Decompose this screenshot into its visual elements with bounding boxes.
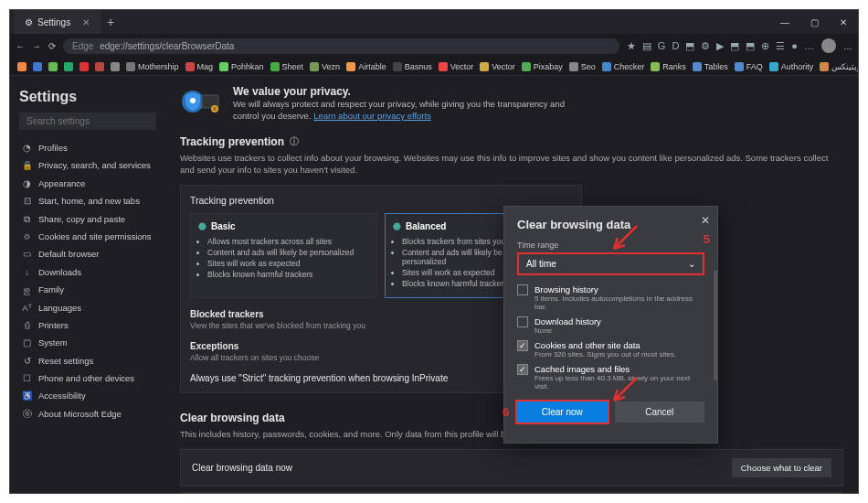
time-range-select[interactable]: All time ⌄ — [517, 252, 704, 275]
favicon — [820, 62, 829, 71]
bookmark[interactable]: Pixabay — [522, 62, 563, 71]
sidebar-icon: Aᵀ — [22, 303, 32, 313]
checkbox[interactable]: ✓ — [517, 340, 528, 351]
settings-content: We value your privacy. We will always pr… — [165, 76, 858, 493]
bookmark[interactable] — [95, 62, 104, 71]
bookmark[interactable]: Ranks — [651, 62, 686, 71]
toolbar-icon[interactable]: ⚙ — [701, 40, 710, 52]
bookmark[interactable]: Authority — [769, 62, 814, 71]
checkbox[interactable] — [517, 284, 528, 295]
url-field[interactable]: Edge edge://settings/clearBrowserData — [63, 38, 619, 54]
sidebar-item[interactable]: ⎙Printers — [19, 316, 156, 334]
maximize-button[interactable]: ▢ — [799, 17, 829, 27]
toolbar-icon[interactable]: ▶ — [716, 40, 724, 52]
clear-data-item[interactable]: Browsing history5 items. Includes autoco… — [517, 284, 704, 311]
clear-on-close-row[interactable]: Choose what to clear every time you clos… — [180, 492, 843, 493]
menu-button[interactable]: … — [843, 41, 852, 51]
toolbar-icon[interactable]: ★ — [627, 40, 636, 52]
sidebar-item[interactable]: ◔Profiles — [19, 139, 156, 156]
avatar-icon[interactable] — [821, 38, 836, 53]
sidebar-icon: ↓ — [22, 267, 32, 277]
sidebar-item[interactable]: ⊡Start, home, and new tabs — [19, 192, 156, 209]
close-dialog-button[interactable]: ✕ — [701, 214, 710, 227]
tracking-desc: Websites use trackers to collect info ab… — [180, 152, 843, 177]
toolbar-icon[interactable]: D — [672, 40, 679, 52]
bookmark[interactable]: Mag — [185, 62, 214, 71]
bookmark[interactable]: Checker — [602, 62, 645, 71]
sidebar-item[interactable]: ⧉Share, copy and paste — [19, 210, 156, 228]
favicon — [769, 62, 778, 71]
toolbar-icon[interactable]: ⬒ — [746, 40, 755, 52]
sidebar-item[interactable]: ▭Default browser — [19, 245, 156, 262]
bookmark[interactable] — [79, 62, 89, 71]
close-tab-icon[interactable]: ✕ — [82, 17, 90, 27]
bookmark[interactable]: Vezn — [310, 62, 340, 71]
back-button[interactable]: ← — [16, 41, 25, 51]
sidebar-item[interactable]: AᵀLanguages — [19, 299, 156, 316]
close-window-button[interactable]: ✕ — [829, 17, 858, 27]
sidebar-icon: ⧉ — [22, 214, 32, 224]
new-tab-button[interactable]: + — [101, 15, 121, 29]
clear-now-button[interactable]: Clear now — [517, 401, 608, 423]
toolbar-icon[interactable]: ▤ — [642, 40, 651, 52]
sidebar-item[interactable]: ⛭Cookies and site permissions — [19, 228, 156, 245]
bookmark[interactable]: FAQ — [735, 62, 763, 71]
bookmark[interactable]: Seo — [569, 62, 596, 71]
toolbar-icon[interactable]: ● — [791, 40, 798, 52]
clear-data-item[interactable]: ✓Cookies and other site dataFrom 320 sit… — [517, 340, 704, 359]
toolbar-icon[interactable]: ⊕ — [761, 40, 769, 52]
bookmark[interactable]: Basnus — [393, 62, 432, 71]
sidebar-item[interactable]: ♿Accessibility — [19, 387, 156, 404]
minimize-button[interactable]: — — [770, 17, 799, 27]
bookmark[interactable]: Tables — [693, 62, 728, 71]
favicon — [393, 62, 402, 71]
sidebar-item[interactable]: ஐFamily — [19, 281, 156, 298]
clear-data-item[interactable]: ✓Cached images and filesFrees up less th… — [517, 364, 704, 391]
sidebar-item[interactable]: ↓Downloads — [19, 263, 156, 281]
favicon — [480, 62, 489, 71]
clear-data-item[interactable]: Download historyNone — [517, 316, 704, 335]
bookmark[interactable] — [48, 62, 58, 71]
toolbar-icon[interactable]: ⬒ — [730, 40, 739, 52]
favicon — [346, 62, 355, 71]
checkbox[interactable]: ✓ — [517, 364, 528, 375]
search-input[interactable] — [19, 112, 156, 130]
bookmark[interactable]: Airtable — [346, 62, 386, 71]
checkbox[interactable] — [517, 316, 528, 327]
forward-button[interactable]: → — [32, 41, 41, 51]
svg-point-1 — [190, 98, 196, 103]
toolbar-icons: ★▤GD⬒⚙▶⬒⬒⊕☰●… — [627, 40, 814, 52]
choose-clear-button[interactable]: Choose what to clear — [732, 458, 831, 477]
bookmark[interactable]: Mothership — [126, 62, 179, 71]
bookmark[interactable]: Vector — [439, 62, 474, 71]
bookmark[interactable]: Pohhkan — [219, 62, 264, 71]
cancel-button[interactable]: Cancel — [615, 401, 705, 423]
chevron-down-icon: ⌄ — [688, 259, 695, 269]
toolbar-icon[interactable]: … — [804, 40, 814, 52]
favicon — [310, 62, 319, 71]
browser-tab[interactable]: ⚙ Settings ✕ — [14, 10, 101, 34]
sidebar-item[interactable]: 🔒Privacy, search, and services — [19, 156, 156, 174]
bookmark[interactable] — [64, 62, 73, 71]
dialog-scrollbar[interactable] — [714, 271, 717, 380]
sidebar-item[interactable]: ▢System — [19, 334, 156, 351]
reload-button[interactable]: ⟳ — [48, 41, 56, 51]
toolbar-icon[interactable]: ☰ — [776, 40, 785, 52]
sidebar-item[interactable]: ↺Reset settings — [19, 352, 156, 369]
toolbar-icon[interactable]: ⬒ — [685, 40, 694, 52]
sidebar-item[interactable]: ⓔAbout Microsoft Edge — [19, 405, 156, 423]
bookmark[interactable] — [111, 62, 120, 71]
sidebar-item[interactable]: ◑Appearance — [19, 175, 156, 192]
bookmark[interactable] — [17, 62, 26, 71]
info-icon[interactable]: ⓘ — [290, 135, 299, 148]
tracking-heading: Tracking prevention ⓘ — [180, 135, 843, 148]
sidebar-item[interactable]: ☐Phone and other devices — [19, 369, 156, 387]
toolbar-icon[interactable]: G — [658, 40, 666, 52]
bookmark[interactable]: بازار نویتینکس — [820, 62, 858, 71]
favicon — [79, 62, 89, 71]
tracking-option[interactable]: ⬣BasicAllows most trackers across all si… — [190, 213, 377, 298]
bookmark[interactable]: Sheet — [270, 62, 304, 71]
bookmark[interactable]: Vector — [480, 62, 515, 71]
bookmark[interactable] — [33, 62, 42, 71]
privacy-link[interactable]: Learn about our privacy efforts — [313, 111, 431, 121]
